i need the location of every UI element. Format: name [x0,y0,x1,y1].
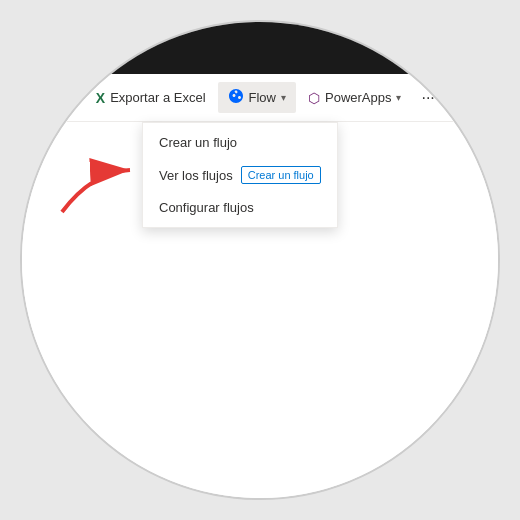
dropdown-area: Crear un flujo Ver los flujos Crear un f… [22,122,498,498]
export-excel-label: Exportar a Excel [110,90,205,105]
flow-dropdown-menu: Crear un flujo Ver los flujos Crear un f… [142,122,338,228]
excel-icon: X [96,90,105,106]
export-excel-button[interactable]: X Exportar a Excel [86,84,216,112]
create-flow-badge[interactable]: Crear un flujo [241,166,321,184]
powerapps-label: PowerApps [325,90,391,105]
create-flow-item[interactable]: Crear un flujo [143,127,337,158]
powerapps-icon: ⬡ [308,90,320,106]
more-label: ··· [421,89,434,106]
view-flows-label: Ver los flujos [159,168,233,183]
flow-chevron-icon: ▾ [281,92,286,103]
main-window: ...c/AllItems.aspx ápida X Exportar a Ex… [20,20,500,500]
quick-access-button[interactable]: ápida [32,84,84,111]
arrow-container [52,152,142,226]
quick-access-label: ápida [42,90,74,105]
url-bar: ...c/AllItems.aspx [42,41,133,55]
more-button[interactable]: ··· [413,83,442,113]
toolbar: ápida X Exportar a Excel Flow ▾ [22,74,498,122]
flow-icon [228,88,244,107]
top-bar: ...c/AllItems.aspx [22,22,498,74]
flow-label: Flow [249,90,276,105]
powerapps-chevron-icon: ▾ [396,92,401,103]
flow-button[interactable]: Flow ▾ [218,82,296,113]
red-arrow-icon [52,152,142,222]
configure-flows-label: Configurar flujos [159,200,254,215]
toolbar-area: ápida X Exportar a Excel Flow ▾ [22,74,498,122]
powerapps-button[interactable]: ⬡ PowerApps ▾ [298,84,411,112]
configure-flows-item[interactable]: Configurar flujos [143,192,337,223]
create-flow-label: Crear un flujo [159,135,237,150]
view-flows-item[interactable]: Ver los flujos Crear un flujo [143,158,337,192]
